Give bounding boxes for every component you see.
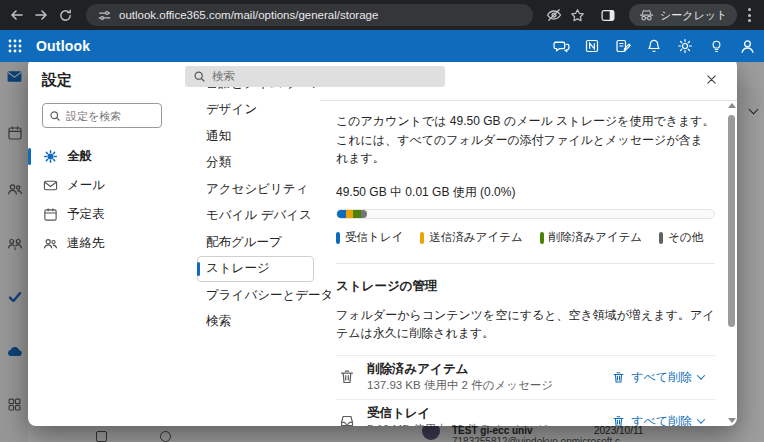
settings-dialog: 設定 全般 メール <box>28 58 737 426</box>
category-privacy-data[interactable]: プライバシーとデータ <box>197 282 314 309</box>
notifications-bell-icon[interactable] <box>645 37 663 55</box>
sidebar-item-label: 連絡先 <box>67 235 105 252</box>
legend-item-other: その他 <box>659 229 703 247</box>
people-icon <box>42 236 58 252</box>
category-accessibility[interactable]: アクセシビリティ <box>197 176 314 203</box>
onenote-feed-icon[interactable] <box>583 37 601 55</box>
search-icon <box>193 70 206 83</box>
legend-label: その他 <box>668 229 703 247</box>
envelope-icon <box>42 178 58 194</box>
back-icon[interactable] <box>8 6 26 24</box>
scrollbar-thumb[interactable] <box>728 115 735 327</box>
page: outlook.office365.com/mail/options/gener… <box>0 0 764 442</box>
calendar-icon <box>42 207 58 223</box>
gear-icon <box>42 149 58 165</box>
chat-icon[interactable] <box>552 37 570 55</box>
chevron-down-icon <box>697 416 705 424</box>
delete-all-button[interactable]: すべて削除 <box>602 363 713 392</box>
folder-usage: 137.93 KB 使用中 2 件のメッセージ <box>367 377 590 393</box>
legend-item-sent: 送信済みアイテム <box>420 229 522 247</box>
legend-marker <box>659 232 663 244</box>
settings-left-pane: 設定 全般 メール <box>28 58 173 426</box>
sidebar-item-label: メール <box>67 177 105 194</box>
delete-all-label: すべて削除 <box>631 368 692 387</box>
category-design[interactable]: デザイン <box>197 97 314 124</box>
legend-label: 受信トレイ <box>345 229 403 247</box>
tips-lightbulb-icon[interactable] <box>707 37 725 55</box>
delete-all-button[interactable]: すべて削除 <box>602 407 713 426</box>
folder-row-deleted-items: 削除済みアイテム 137.93 KB 使用中 2 件のメッセージ すべて削除 <box>336 355 715 399</box>
forward-icon[interactable] <box>32 6 50 24</box>
account-person-icon[interactable] <box>738 37 756 55</box>
storage-legend: 受信トレイ 送信済みアイテム 削除済みアイテム その他 <box>336 229 715 247</box>
inbox-icon <box>338 413 355 426</box>
settings-category-pane: 言語とタイム ゾーン デザイン 通知 分類 アクセシビリティ モバイル デバイス… <box>173 58 320 426</box>
meter-segment-sent <box>346 210 353 218</box>
storage-content: このアカウントでは 49.50 GB のメール ストレージを使用できます。これに… <box>336 101 715 426</box>
incognito-badge: シークレット <box>629 4 737 26</box>
search-icon <box>49 110 61 122</box>
trash-icon <box>611 370 625 384</box>
app-launcher-icon[interactable] <box>5 37 25 55</box>
settings-search-box[interactable] <box>42 103 162 128</box>
legend-item-deleted: 削除済みアイテム <box>540 229 642 247</box>
meter-segment-inbox <box>337 210 346 218</box>
eye-off-icon[interactable] <box>545 6 563 24</box>
legend-label: 削除済みアイテム <box>549 229 642 247</box>
site-settings-icon[interactable] <box>97 8 111 22</box>
usage-summary: 49.50 GB 中 0.01 GB 使用 (0.0%) <box>336 183 715 202</box>
management-title: ストレージの管理 <box>336 277 715 296</box>
bookmark-star-icon[interactable] <box>569 6 587 24</box>
scroll-up-icon[interactable] <box>728 103 736 108</box>
notes-icon[interactable] <box>614 37 632 55</box>
folder-name: 受信トレイ <box>367 405 590 421</box>
meter-segment-deleted <box>353 210 361 218</box>
address-bar[interactable]: outlook.office365.com/mail/options/gener… <box>86 4 533 26</box>
settings-nav: 全般 メール 予定表 <box>42 142 173 258</box>
category-distribution-groups[interactable]: 配布グループ <box>197 229 314 256</box>
browser-menu-icon[interactable] <box>743 8 756 22</box>
reload-icon[interactable] <box>56 6 74 24</box>
trash-icon <box>611 414 625 426</box>
folder-name: 削除済みアイテム <box>367 361 590 377</box>
sidebar-item-contacts[interactable]: 連絡先 <box>42 229 173 258</box>
category-categories[interactable]: 分類 <box>197 150 314 177</box>
outlook-toolbar: Outlook <box>0 30 764 62</box>
category-search[interactable]: 検索 <box>197 309 314 336</box>
outlook-search-box[interactable] <box>185 66 445 87</box>
sidebar-item-general[interactable]: 全般 <box>42 142 173 171</box>
incognito-label: シークレット <box>660 8 727 23</box>
category-mobile-devices[interactable]: モバイル デバイス <box>197 203 314 230</box>
sidebar-item-calendar[interactable]: 予定表 <box>42 200 173 229</box>
settings-gear-icon[interactable] <box>676 37 694 55</box>
sidebar-item-mail[interactable]: メール <box>42 171 173 200</box>
trash-icon <box>338 369 355 386</box>
side-panel-icon[interactable] <box>599 6 617 24</box>
sidebar-item-label: 予定表 <box>67 206 105 223</box>
settings-title: 設定 <box>42 71 173 90</box>
chevron-down-icon <box>697 372 705 380</box>
storage-meter <box>336 209 715 219</box>
management-description: フォルダーからコンテンツを空にすると、空き領域が増えます。アイテムは永久に削除さ… <box>336 306 715 343</box>
outlook-search-input[interactable] <box>212 70 412 82</box>
settings-search-input[interactable] <box>66 110 156 122</box>
folder-list: 削除済みアイテム 137.93 KB 使用中 2 件のメッセージ すべて削除 <box>336 355 715 426</box>
legend-label: 送信済みアイテム <box>429 229 522 247</box>
url-text: outlook.office365.com/mail/options/gener… <box>119 9 378 21</box>
scroll-down-icon[interactable] <box>728 418 736 423</box>
legend-marker <box>540 232 544 244</box>
legend-marker <box>420 232 424 244</box>
legend-marker <box>336 232 340 244</box>
storage-pane: ストレージ このアカウントでは 49.50 GB のメール ストレージを使用でき… <box>320 58 737 426</box>
meter-segment-other <box>361 210 367 218</box>
category-storage[interactable]: ストレージ <box>197 256 314 283</box>
outlook-wordmark: Outlook <box>36 38 90 54</box>
sidebar-item-label: 全般 <box>67 148 92 165</box>
delete-all-label: すべて削除 <box>631 412 692 426</box>
folder-usage: 5.19 MB 使用中 29 件のメッセージ <box>367 421 590 426</box>
close-icon[interactable] <box>699 67 723 91</box>
legend-item-inbox: 受信トレイ <box>336 229 403 247</box>
scrollbar[interactable] <box>727 103 736 423</box>
category-notifications[interactable]: 通知 <box>197 123 314 150</box>
storage-description: このアカウントでは 49.50 GB のメール ストレージを使用できます。これに… <box>336 112 715 168</box>
